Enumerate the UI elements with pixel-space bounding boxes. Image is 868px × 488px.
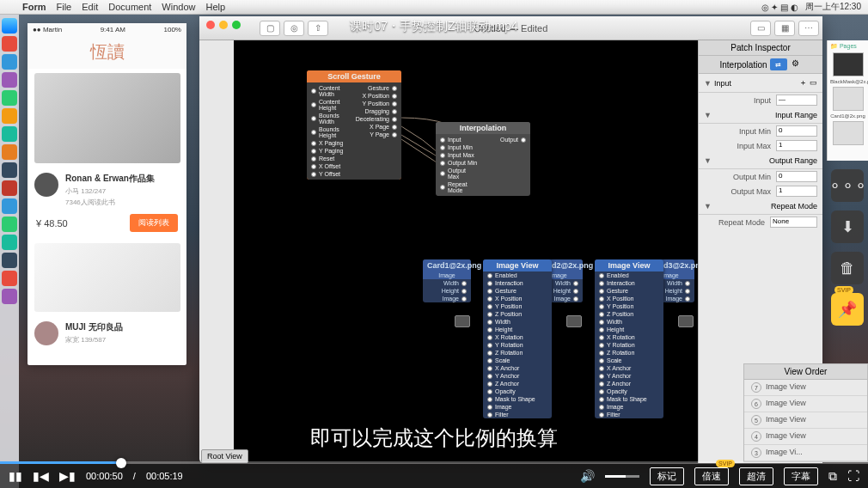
next-button[interactable]: ▶▮	[59, 469, 76, 483]
port-icon[interactable]	[440, 171, 445, 176]
menubar-clock[interactable]: 周一上午12:30	[805, 1, 861, 13]
node-port-row[interactable]: Z Rotation	[483, 349, 552, 357]
node-port-row[interactable]: Reset	[307, 155, 351, 162]
node-port-row[interactable]: Z Position	[483, 310, 552, 318]
node-port-row[interactable]: X Position	[483, 295, 552, 302]
port-icon[interactable]	[487, 312, 492, 317]
port-icon[interactable]	[599, 343, 604, 348]
node-port-row[interactable]: Y Rotation	[483, 341, 552, 349]
node-port-row[interactable]: Image	[423, 295, 471, 302]
node-port-row[interactable]: Content Height	[307, 98, 351, 112]
port-icon[interactable]	[392, 117, 397, 122]
port-icon[interactable]	[311, 156, 316, 162]
port-icon[interactable]	[599, 273, 604, 278]
node-port-row[interactable]: Y Position	[351, 100, 401, 107]
prev-button[interactable]: ▮◀	[33, 469, 49, 483]
node-port-row[interactable]: X Rotation	[483, 333, 552, 341]
port-icon[interactable]	[462, 281, 467, 286]
port-icon[interactable]	[521, 137, 526, 143]
delete-button[interactable]: 🗑	[831, 252, 864, 284]
node-port-row[interactable]: Z Position	[595, 310, 663, 318]
node-port-row[interactable]: X Position	[351, 92, 401, 100]
port-icon[interactable]	[487, 366, 492, 371]
port-icon[interactable]	[462, 289, 467, 294]
fullscreen-button[interactable]: ⛶	[847, 469, 859, 483]
port-icon[interactable]	[599, 381, 604, 387]
dock-app-icon[interactable]	[2, 235, 17, 250]
dock-app-icon[interactable]	[2, 72, 17, 88]
port-icon[interactable]	[311, 141, 316, 146]
node-port-row[interactable]: Gesture	[483, 287, 552, 295]
toolbar-button[interactable]: ⋯	[798, 21, 819, 36]
port-icon[interactable]	[487, 327, 492, 332]
port-icon[interactable]	[392, 109, 397, 114]
finder-window[interactable]: 📁 Pages BlackMask@2x.png Card1@2x.png	[827, 40, 868, 161]
node-port-row[interactable]: Width	[423, 279, 471, 287]
port-icon[interactable]	[392, 94, 397, 99]
node-port-row[interactable]: Y Offset	[307, 170, 351, 178]
port-icon[interactable]	[392, 125, 397, 130]
dock-app-icon[interactable]	[2, 253, 17, 268]
node-port-row[interactable]: Input	[436, 136, 483, 143]
node-port-row[interactable]: Scale	[595, 357, 663, 364]
status-icons[interactable]: ◎ ✦ ▤ ◐	[761, 3, 798, 12]
port-icon[interactable]	[599, 289, 604, 294]
dock-app-icon[interactable]	[2, 144, 17, 160]
port-icon[interactable]	[487, 304, 492, 309]
port-icon[interactable]	[487, 412, 492, 418]
input-value[interactable]: —	[776, 95, 817, 106]
port-icon[interactable]	[573, 289, 578, 294]
port-icon[interactable]	[599, 397, 604, 402]
node-port-row[interactable]: Bounds Height	[307, 125, 351, 139]
node-port-row[interactable]: Image	[483, 403, 552, 411]
app-name[interactable]: Form	[22, 2, 46, 12]
node-port-row[interactable]: Y Anchor	[483, 372, 552, 380]
port-icon[interactable]	[599, 412, 604, 418]
port-icon[interactable]	[487, 405, 492, 410]
node-port-row[interactable]: Height	[595, 326, 663, 333]
file-thumbnail[interactable]	[833, 52, 864, 76]
node-port-row[interactable]: Y Position	[483, 302, 552, 310]
pip-button[interactable]: ⧉	[828, 469, 837, 484]
port-icon[interactable]	[599, 358, 604, 363]
port-icon[interactable]	[311, 172, 316, 177]
node-port-row[interactable]: Mask to Shape	[595, 395, 663, 403]
image-preview-icon[interactable]	[678, 315, 694, 327]
read-list-button[interactable]: 阅读列表	[130, 214, 178, 232]
node-port-row[interactable]: X Position	[595, 295, 663, 302]
port-icon[interactable]	[392, 132, 397, 137]
port-icon[interactable]	[599, 351, 604, 356]
window-traffic-lights[interactable]	[206, 21, 241, 29]
node-port-row[interactable]: Filter	[595, 411, 663, 418]
node-port-row[interactable]: X Anchor	[595, 364, 663, 372]
node-port-row[interactable]: Dragging	[351, 107, 401, 115]
node-port-row[interactable]: Enabled	[595, 271, 663, 279]
port-icon[interactable]	[685, 296, 690, 302]
port-icon[interactable]	[440, 185, 445, 190]
port-icon[interactable]	[685, 289, 690, 294]
port-icon[interactable]	[487, 273, 492, 278]
node-port-row[interactable]: Output Min	[436, 159, 483, 167]
port-icon[interactable]	[487, 289, 492, 294]
swap-button[interactable]: ⇄	[770, 58, 787, 70]
share-button[interactable]: ⚬⚬⚬	[831, 169, 864, 202]
node-port-row[interactable]: X Anchor	[483, 364, 552, 372]
dock-app-icon[interactable]	[2, 289, 17, 304]
toolbar-button[interactable]: ◎	[284, 21, 304, 36]
port-icon[interactable]	[487, 351, 492, 356]
node-image-view[interactable]: Image View EnabledInteractionGestureX Po…	[595, 259, 663, 418]
port-icon[interactable]	[487, 397, 492, 402]
node-port-row[interactable]: Output	[483, 136, 530, 143]
node-port-row[interactable]: Y Page	[351, 131, 401, 138]
port-icon[interactable]	[440, 145, 445, 150]
node-port-row[interactable]: Interaction	[483, 279, 552, 287]
dock-app-icon[interactable]	[2, 90, 17, 106]
port-icon[interactable]	[599, 389, 604, 394]
pin-button[interactable]: SVIP📌	[831, 293, 864, 326]
menu-file[interactable]: File	[57, 2, 72, 12]
menu-document[interactable]: Document	[108, 2, 151, 12]
port-icon[interactable]	[311, 130, 316, 135]
author-avatar[interactable]	[34, 321, 58, 345]
menu-window[interactable]: Window	[162, 2, 195, 12]
port-icon[interactable]	[440, 137, 445, 143]
